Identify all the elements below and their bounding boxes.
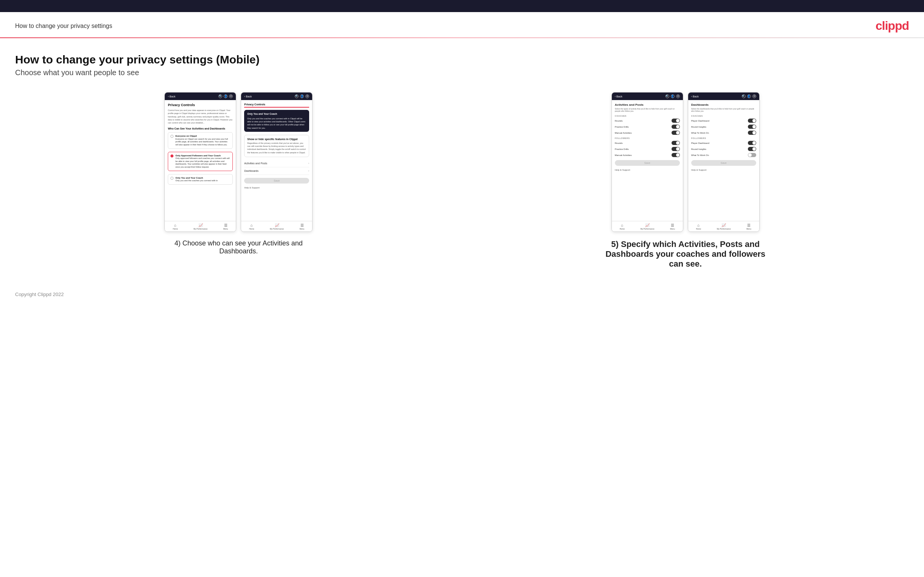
nav-performance-2[interactable]: 📈 My Performance: [270, 223, 284, 230]
menu-icon-3: ☰: [671, 223, 674, 227]
tooltip-box: Only You and Your Coach Only you and the…: [244, 110, 309, 132]
toggle-drills-followers: Practice Drills: [615, 147, 680, 151]
dashboards-label: Dashboards: [244, 169, 258, 172]
toggle-player-dash-followers: Player Dashboard: [691, 141, 756, 145]
toggle-rounds-coaches: Rounds: [615, 119, 680, 123]
back-btn-4[interactable]: ‹ Back: [691, 95, 699, 98]
performance-icon-4: 📈: [721, 223, 726, 227]
toggle-rounds-followers-switch[interactable]: [672, 141, 680, 145]
settings-icon-3[interactable]: ⚙: [676, 94, 680, 98]
phone-2-content: Privacy Controls Only You and Your Coach…: [241, 100, 312, 221]
home-icon-2: ⌂: [250, 223, 253, 227]
privacy-controls-tab[interactable]: Privacy Controls: [244, 103, 265, 106]
header: How to change your privacy settings clip…: [0, 12, 924, 37]
nav-performance-1[interactable]: 📈 My Performance: [194, 223, 207, 230]
phone-3-topbar: ‹ Back 🔍 👤 ⚙: [612, 92, 683, 100]
radio-text-everyone: Everyone on Clippd Everyone on Clippd ca…: [175, 134, 230, 146]
help-label-3: Help & Support: [615, 169, 680, 171]
player-dash-followers-label: Player Dashboard: [691, 142, 709, 144]
toggle-round-insights-switch[interactable]: [748, 125, 756, 129]
coaches-label-3: COACHES: [615, 115, 680, 117]
toggle-drills-coaches-switch[interactable]: [672, 125, 680, 129]
phone-4-bottom-nav: ⌂ Home 📈 My Performance ☰ Menu: [688, 221, 759, 232]
chevron-dashboards: ›: [309, 169, 310, 172]
back-btn-3[interactable]: ‹ Back: [615, 95, 622, 98]
search-icon-4[interactable]: 🔍: [742, 94, 746, 98]
phone-2-tab-bar: Privacy Controls: [244, 103, 309, 108]
save-btn-4[interactable]: Save: [691, 160, 756, 166]
show-hide-title: Show or hide specific features in Clippd: [247, 138, 306, 140]
round-insights-followers-label: Round Insights: [691, 148, 706, 150]
search-icon[interactable]: 🔍: [218, 94, 222, 98]
user-icon-2[interactable]: 👤: [300, 94, 304, 98]
nav-home-3[interactable]: ⌂ Home: [620, 223, 625, 230]
toggle-rounds-coaches-switch[interactable]: [672, 119, 680, 123]
top-bar: [0, 0, 924, 12]
toggle-round-insights-followers: Round Insights: [691, 147, 756, 151]
user-icon-4[interactable]: 👤: [747, 94, 751, 98]
nav-menu-1[interactable]: ☰ Menu: [223, 223, 228, 230]
footer: Copyright Clippd 2022: [0, 284, 924, 305]
settings-icon[interactable]: ⚙: [229, 94, 233, 98]
nav-menu-4[interactable]: ☰ Menu: [746, 223, 751, 230]
toggle-manual-followers-switch[interactable]: [672, 153, 680, 157]
phone-4-topbar: ‹ Back 🔍 👤 ⚙: [688, 92, 759, 100]
mockup-row: ‹ Back 🔍 👤 ⚙ Privacy Controls Control ho…: [15, 92, 909, 269]
nav-performance-4[interactable]: 📈 My Performance: [717, 223, 731, 230]
search-icon-2[interactable]: 🔍: [295, 94, 299, 98]
nav-home-4[interactable]: ⌂ Home: [696, 223, 701, 230]
radio-dot-everyone: [170, 135, 173, 138]
toggle-manual-coaches-switch[interactable]: [672, 131, 680, 135]
manual-label-followers: Manual Activities: [615, 154, 632, 156]
drills-label-coaches: Practice Drills: [615, 126, 629, 128]
back-btn-1[interactable]: ‹ Back: [168, 95, 175, 98]
page-heading: How to change your privacy settings (Mob…: [15, 53, 909, 66]
toggle-round-insights-followers-switch[interactable]: [748, 147, 756, 151]
rounds-label-coaches: Rounds: [615, 120, 623, 122]
nav-performance-3[interactable]: 📈 My Performance: [641, 223, 654, 230]
phone-4-title: Dashboards: [691, 103, 756, 106]
phone-4-icons: 🔍 👤 ⚙: [742, 94, 756, 98]
activities-posts-row[interactable]: Activities and Posts ›: [244, 160, 309, 167]
radio-only-coach[interactable]: Only You and Your Coach Only you and the…: [168, 174, 233, 185]
phone-4-subtitle: Select the dashboards that you'd like to…: [691, 108, 756, 112]
drills-label-followers: Practice Drills: [615, 148, 629, 150]
radio-everyone[interactable]: Everyone on Clippd Everyone on Clippd ca…: [168, 132, 233, 148]
page-subheading: Choose what you want people to see: [15, 68, 909, 77]
menu-icon-4: ☰: [747, 223, 751, 227]
phone-1-title: Privacy Controls: [168, 103, 233, 107]
mockup-pair-2: ‹ Back 🔍 👤 ⚙ Activities and Posts Select…: [611, 92, 759, 232]
user-icon[interactable]: 👤: [224, 94, 228, 98]
toggle-work-on-followers-switch[interactable]: [748, 153, 756, 157]
toggle-player-dash-followers-switch[interactable]: [748, 141, 756, 145]
followers-label-4: FOLLOWERS: [691, 137, 756, 139]
toggle-work-on-switch[interactable]: [748, 131, 756, 135]
manual-label-coaches: Manual Activities: [615, 132, 632, 134]
toggle-player-dash-coaches: Player Dashboard: [691, 119, 756, 123]
save-btn-3[interactable]: Save: [615, 160, 680, 166]
nav-home-2[interactable]: ⌂ Home: [249, 223, 254, 230]
nav-home-1[interactable]: ⌂ Home: [173, 223, 178, 230]
show-hide-box: Show or hide specific features in Clippd…: [244, 135, 309, 157]
section-1-caption: 4) Choose who can see your Activities an…: [166, 239, 310, 255]
phone-2-topbar: ‹ Back 🔍 👤 ⚙: [241, 92, 312, 100]
search-icon-3[interactable]: 🔍: [666, 94, 669, 98]
tooltip-text: Only you and the coaches you connect wit…: [247, 117, 306, 129]
phone-1-content: Privacy Controls Control how you and you…: [165, 100, 236, 221]
nav-menu-2[interactable]: ☰ Menu: [300, 223, 305, 230]
save-btn-2[interactable]: Save: [244, 178, 309, 184]
settings-icon-2[interactable]: ⚙: [305, 94, 309, 98]
section-2: ‹ Back 🔍 👤 ⚙ Activities and Posts Select…: [462, 92, 909, 269]
back-btn-2[interactable]: ‹ Back: [244, 95, 252, 98]
user-icon-3[interactable]: 👤: [671, 94, 675, 98]
radio-dot-approved: [170, 155, 173, 158]
player-dash-label: Player Dashboard: [691, 120, 709, 122]
home-icon-1: ⌂: [174, 223, 176, 227]
toggle-drills-followers-switch[interactable]: [672, 147, 680, 151]
toggle-player-dash-switch[interactable]: [748, 119, 756, 123]
nav-menu-3[interactable]: ☰ Menu: [670, 223, 675, 230]
settings-icon-4[interactable]: ⚙: [753, 94, 756, 98]
dashboards-row[interactable]: Dashboards ›: [244, 167, 309, 175]
radio-approved[interactable]: Only Approved Followers and Your Coach O…: [168, 152, 233, 171]
radio-text-approved: Only Approved Followers and Your Coach O…: [175, 154, 230, 169]
